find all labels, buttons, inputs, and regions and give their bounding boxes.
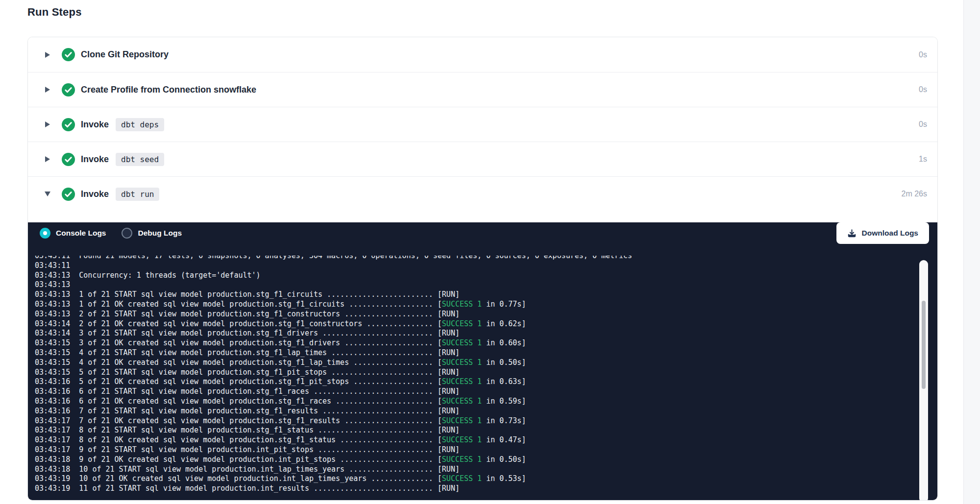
- download-logs-label: Download Logs: [862, 229, 918, 238]
- run-steps-list: Clone Git Repository 0s Create Profile f…: [28, 37, 937, 211]
- log-line: 03:43:17 8 of 21 START sql view model pr…: [35, 426, 937, 435]
- step-duration: 0s: [919, 85, 927, 94]
- expand-caret-icon[interactable]: [44, 52, 51, 58]
- step-duration: 0s: [919, 120, 927, 129]
- log-line: 03:43:16 6 of 21 OK created sql view mod…: [35, 397, 937, 407]
- log-tab-label: Debug Logs: [138, 229, 182, 238]
- log-line: 03:43:13 1 of 21 OK created sql view mod…: [35, 300, 937, 310]
- log-line: 03:43:15 4 of 21 OK created sql view mod…: [35, 358, 937, 368]
- log-line: 03:43:16 6 of 21 START sql view model pr…: [35, 387, 937, 397]
- log-line: 03:43:13 Concurrency: 1 threads (target=…: [35, 271, 937, 281]
- success-check-icon: [62, 83, 75, 96]
- expand-caret-icon[interactable]: [44, 87, 51, 93]
- step-command-chip: dbt seed: [116, 153, 164, 166]
- log-tab-label: Console Logs: [56, 229, 106, 238]
- log-scrollbar-thumb[interactable]: [922, 301, 926, 389]
- log-line: 03:43:15 3 of 21 OK created sql view mod…: [35, 338, 937, 348]
- run-step-row[interactable]: Invoke dbt deps 0s: [28, 107, 937, 142]
- step-label: Invoke: [81, 154, 109, 165]
- log-line: 03:43:15 5 of 21 START sql view model pr…: [35, 368, 937, 378]
- expand-caret-icon[interactable]: [44, 192, 51, 196]
- download-logs-button[interactable]: Download Logs: [836, 222, 929, 244]
- step-label: Invoke: [81, 120, 109, 130]
- log-line: 03:43:17 9 of 21 START sql view model pr…: [35, 445, 937, 455]
- log-line: 03:43:11: [35, 261, 937, 271]
- log-line: 03:43:13: [35, 280, 937, 290]
- log-line: 03:43:13 2 of 21 START sql view model pr…: [35, 310, 937, 319]
- log-line: 03:43:14 2 of 21 OK created sql view mod…: [35, 319, 937, 329]
- run-steps-card: Clone Git Repository 0s Create Profile f…: [27, 37, 938, 501]
- console-panel-header: Console Logs Debug Logs Download Logs: [40, 222, 929, 244]
- page-title: Run Steps: [27, 6, 82, 19]
- log-type-radio-group: Console Logs Debug Logs: [40, 228, 182, 239]
- log-line: 03:43:17 7 of 21 OK created sql view mod…: [35, 416, 937, 426]
- log-line: 03:43:18 10 of 21 START sql view model p…: [35, 465, 937, 475]
- log-line: 03:43:16 7 of 21 START sql view model pr…: [35, 407, 937, 416]
- log-line: 03:43:18 9 of 21 OK created sql view mod…: [35, 455, 937, 465]
- log-tab[interactable]: Debug Logs: [122, 228, 182, 239]
- run-step-row[interactable]: Clone Git Repository 0s: [28, 37, 937, 72]
- success-check-icon: [62, 48, 75, 61]
- log-line: 03:43:11 Found 21 models, 17 tests, 0 sn…: [35, 256, 937, 261]
- step-duration: 0s: [919, 50, 927, 59]
- success-check-icon: [62, 153, 75, 166]
- log-line: 03:43:19 11 of 21 START sql view model p…: [35, 484, 937, 494]
- log-line: 03:43:13 1 of 21 START sql view model pr…: [35, 290, 937, 300]
- run-step-row[interactable]: Invoke dbt run 2m 26s: [28, 176, 937, 211]
- radio-icon[interactable]: [122, 228, 132, 239]
- log-line: 03:43:16 5 of 21 OK created sql view mod…: [35, 377, 937, 387]
- expand-caret-icon[interactable]: [44, 156, 51, 162]
- log-scrollbar-track[interactable]: [919, 260, 928, 501]
- download-icon: [847, 229, 857, 238]
- log-line: 03:43:14 3 of 21 START sql view model pr…: [35, 329, 937, 338]
- step-label: Create Profile from Connection snowflake: [81, 85, 256, 95]
- step-label: Invoke: [81, 189, 109, 199]
- expand-caret-icon[interactable]: [44, 121, 51, 127]
- console-log-output[interactable]: 03:43:11 Found 21 models, 17 tests, 0 sn…: [28, 256, 937, 501]
- success-check-icon: [62, 118, 75, 131]
- log-line: 03:43:19 10 of 21 OK created sql view mo…: [35, 474, 937, 484]
- step-command-chip: dbt run: [116, 188, 159, 201]
- log-tab[interactable]: Console Logs: [40, 228, 106, 239]
- step-duration: 1s: [919, 155, 927, 164]
- success-check-icon: [62, 188, 75, 201]
- step-label: Clone Git Repository: [81, 49, 169, 60]
- log-line: 03:43:17 8 of 21 OK created sql view mod…: [35, 435, 937, 445]
- radio-icon[interactable]: [40, 228, 50, 239]
- run-step-row[interactable]: Invoke dbt seed 1s: [28, 142, 937, 176]
- console-log-lines: 03:43:11 Found 21 models, 17 tests, 0 sn…: [35, 256, 937, 494]
- right-gutter: [963, 0, 980, 504]
- run-step-row[interactable]: Create Profile from Connection snowflake…: [28, 72, 937, 107]
- step-command-chip: dbt deps: [116, 118, 164, 131]
- step-duration: 2m 26s: [902, 190, 927, 198]
- log-line: 03:43:15 4 of 21 START sql view model pr…: [35, 348, 937, 358]
- console-panel: Console Logs Debug Logs Download Logs 03…: [28, 222, 937, 501]
